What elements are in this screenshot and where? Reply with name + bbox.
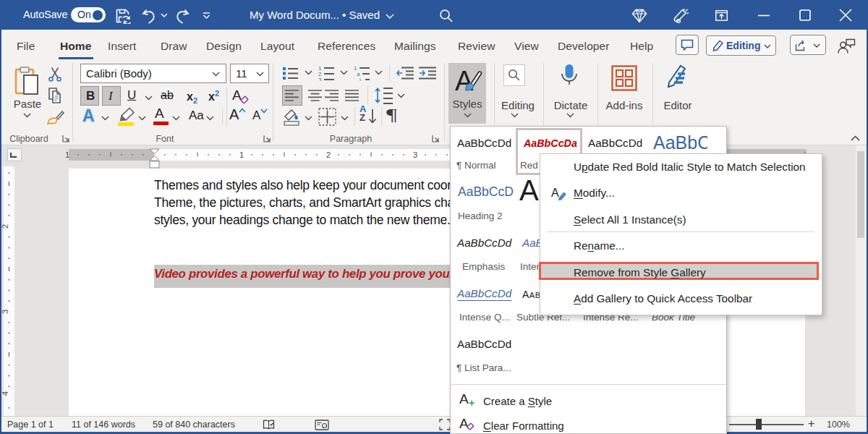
svg-text:i: i <box>359 77 361 81</box>
svg-text:A: A <box>455 66 474 95</box>
svg-text:3: 3 <box>318 77 322 81</box>
